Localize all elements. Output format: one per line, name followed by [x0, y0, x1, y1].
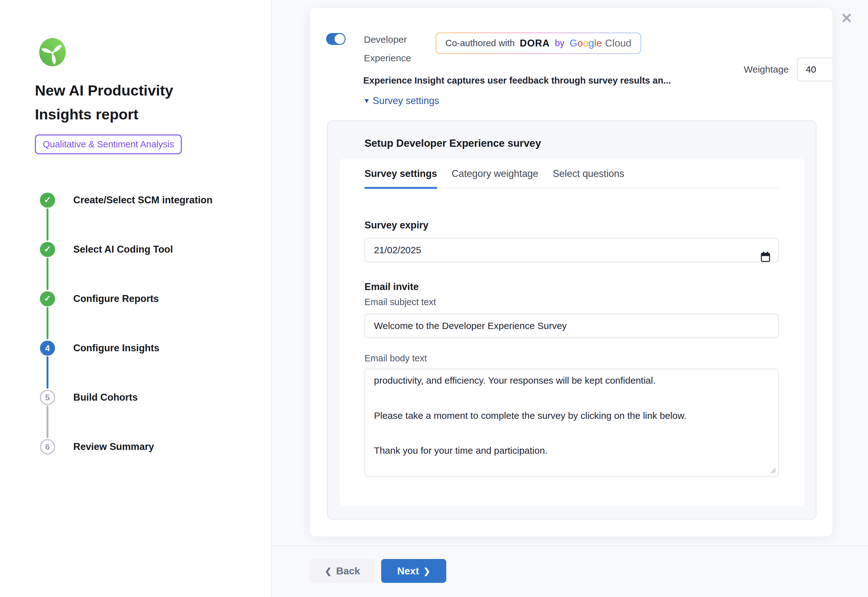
google-cloud-word: Cloud — [605, 37, 631, 49]
insight-description: Experience Insight captures user feedbac… — [363, 76, 719, 86]
chevron-right-icon: ❯ — [423, 567, 430, 575]
developer-experience-toggle[interactable] — [326, 33, 345, 45]
weightage-label: Weightage — [744, 64, 789, 75]
google-letter: o — [583, 37, 588, 49]
dora-coauthor-badge: Co-authored with DORA by Google Cloud — [436, 33, 641, 54]
email-body-label: Email body text — [365, 353, 779, 364]
survey-tabs: Survey settings Category weightage Selec… — [365, 168, 779, 188]
survey-expiry-input[interactable] — [365, 238, 779, 262]
email-subject-label: Email subject text — [365, 297, 779, 307]
step-label: Select AI Coding Tool — [73, 244, 173, 255]
check-icon: ✓ — [44, 244, 51, 254]
stepper-connector — [46, 208, 48, 241]
step-label: Configure Reports — [73, 293, 159, 304]
configure-insights-panel: Developer Experience Co-authored with DO… — [310, 8, 832, 536]
resize-grip-icon[interactable] — [769, 466, 776, 474]
step-done-circle: ✓ — [40, 291, 55, 306]
step-configure-insights[interactable]: 4 Configure Insights — [35, 341, 159, 356]
insight-name: Developer Experience — [364, 30, 436, 67]
back-button-label: Back — [336, 565, 360, 577]
weightage-input[interactable] — [797, 58, 832, 82]
close-icon[interactable]: ✕ — [838, 9, 855, 27]
email-body-textarea[interactable]: productivity, and efficiency. Your respo… — [365, 368, 779, 477]
step-active-circle: 4 — [40, 341, 55, 356]
next-button-label: Next — [397, 565, 419, 577]
step-todo-circle: 5 — [40, 390, 55, 405]
survey-expiry-label: Survey expiry — [365, 220, 779, 231]
email-subject-input[interactable] — [365, 313, 779, 338]
app-logo-icon — [38, 37, 67, 67]
analysis-type-badge: Qualitative & Sentiment Analysis — [35, 135, 182, 154]
step-todo-circle: 6 — [40, 439, 55, 454]
page-title-line2: Insights report — [35, 102, 236, 126]
google-letter: g — [588, 37, 594, 49]
app-window: New AI Productivity Insights report Qual… — [0, 0, 868, 597]
page-title-line1: New AI Productivity — [35, 79, 236, 102]
chevron-left-icon: ❮ — [325, 567, 332, 575]
step-create-select-scm[interactable]: ✓ Create/Select SCM integration — [35, 193, 213, 208]
step-label: Build Cohorts — [73, 392, 138, 403]
survey-settings-collapse-link[interactable]: ▼ Survey settings — [363, 95, 832, 107]
toggle-knob — [335, 34, 345, 44]
google-letter: o — [578, 37, 583, 49]
google-letter: e — [596, 37, 602, 49]
survey-settings-form-card: Survey settings Category weightage Selec… — [339, 159, 804, 506]
stepper-connector — [46, 258, 48, 290]
setup-survey-card: Setup Developer Experience survey Survey… — [327, 120, 816, 520]
setup-survey-title: Setup Developer Experience survey — [328, 121, 816, 149]
google-letter: G — [570, 37, 578, 49]
step-label: Configure Insights — [73, 343, 159, 354]
footer-divider — [272, 545, 868, 546]
step-configure-reports[interactable]: ✓ Configure Reports — [35, 291, 159, 306]
step-label: Review Summary — [73, 441, 154, 453]
weightage-group: Weightage — [744, 58, 832, 82]
stepper-connector — [46, 356, 48, 389]
wizard-stepper: ✓ Create/Select SCM integration ✓ Select… — [35, 193, 255, 475]
page-title: New AI Productivity Insights report — [35, 79, 236, 126]
step-done-circle: ✓ — [40, 242, 55, 257]
stepper-connector — [46, 307, 48, 339]
stepper-connector — [46, 405, 48, 438]
survey-settings-link-label: Survey settings — [373, 95, 439, 107]
triangle-down-icon: ▼ — [363, 97, 370, 105]
google-logo: Google — [570, 37, 602, 49]
back-button[interactable]: ❮ Back — [310, 559, 375, 583]
check-icon: ✓ — [44, 294, 51, 303]
check-icon: ✓ — [44, 195, 51, 205]
tab-category-weightage[interactable]: Category weightage — [452, 168, 538, 187]
wizard-sidebar: New AI Productivity Insights report Qual… — [0, 0, 272, 597]
next-button[interactable]: Next ❯ — [381, 559, 446, 583]
tab-survey-settings[interactable]: Survey settings — [365, 168, 437, 189]
email-invite-label: Email invite — [365, 281, 779, 293]
insight-name-line1: Developer — [364, 30, 436, 49]
tab-select-questions[interactable]: Select questions — [553, 168, 624, 187]
step-review-summary[interactable]: 6 Review Summary — [35, 439, 154, 454]
coauthor-by: by — [555, 38, 564, 48]
insight-name-line2: Experience — [364, 49, 436, 68]
dora-logo: DORA — [520, 38, 550, 49]
step-done-circle: ✓ — [40, 193, 55, 208]
step-select-ai-coding-tool[interactable]: ✓ Select AI Coding Tool — [35, 242, 173, 257]
calendar-icon[interactable] — [761, 252, 771, 262]
step-label: Create/Select SCM integration — [73, 195, 213, 206]
coauthor-prefix: Co-authored with — [445, 38, 515, 48]
step-build-cohorts[interactable]: 5 Build Cohorts — [35, 390, 138, 405]
main-panel: ✕ Developer Experience Co-authored with — [272, 0, 868, 597]
